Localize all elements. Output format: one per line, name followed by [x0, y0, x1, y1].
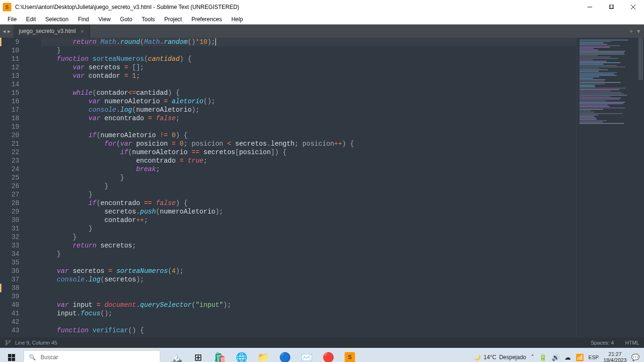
tab-nav-arrows[interactable]: ◂ ▸ [0, 25, 13, 38]
window-title: C:\Users\anton\Desktop\Julieta\juego_sec… [15, 4, 579, 10]
status-spaces[interactable]: Spaces: 4 [591, 340, 614, 346]
search-placeholder: Buscar [41, 354, 58, 361]
menu-edit[interactable]: Edit [22, 15, 40, 24]
status-position[interactable]: Line 9, Column 45 [15, 340, 57, 346]
menu-file[interactable]: File [4, 15, 20, 24]
minimap[interactable] [576, 38, 637, 337]
taskbar: 🔍 Buscar 🏔️ ⊞ 🛍️ 🌐 📁 🔵 ✉️ 🔴 S 🌙 14°C Des… [0, 348, 644, 362]
line-gutter: 9101112131415161718192021222324252627282… [0, 38, 26, 337]
tray-language[interactable]: ESP [588, 354, 599, 360]
window-titlebar: S C:\Users\anton\Desktop\Julieta\juego_s… [0, 0, 644, 14]
menu-help[interactable]: Help [228, 15, 247, 24]
menu-preferences[interactable]: Preferences [188, 15, 226, 24]
editor[interactable]: 9101112131415161718192021222324252627282… [0, 38, 644, 337]
start-button[interactable] [0, 348, 23, 362]
maximize-button[interactable] [601, 0, 622, 14]
tab-file[interactable]: juego_secreto_v3.html × [13, 25, 90, 38]
svg-point-5 [6, 340, 8, 342]
svg-rect-1 [609, 5, 613, 8]
menu-find[interactable]: Find [74, 15, 92, 24]
chevron-right-icon[interactable]: ▸ [8, 28, 10, 34]
task-chrome-icon[interactable]: 🔴 [318, 348, 339, 362]
new-tab-icon[interactable]: + [629, 27, 633, 35]
tray-battery-icon[interactable]: 🔋 [539, 354, 547, 361]
status-syntax[interactable]: HTML [625, 340, 639, 346]
tab-close-icon[interactable]: × [81, 28, 84, 35]
tray-onedrive-icon[interactable]: ☁ [564, 354, 571, 361]
task-copilot-icon[interactable]: 🔵 [274, 348, 295, 362]
menu-tools[interactable]: Tools [138, 15, 159, 24]
app-icon: S [3, 3, 11, 11]
task-explorer-icon[interactable]: 📁 [253, 348, 273, 362]
weather-icon: 🌙 [474, 354, 481, 361]
svg-rect-2 [610, 5, 614, 8]
menu-goto[interactable]: Goto [116, 15, 136, 24]
tray-chevron-icon[interactable]: ˄ [531, 354, 534, 361]
search-icon: 🔍 [29, 354, 36, 361]
task-mail-icon[interactable]: ✉️ [296, 348, 317, 362]
minimize-button[interactable] [579, 0, 601, 14]
windows-logo-icon [8, 354, 15, 361]
vertical-scrollbar[interactable] [637, 38, 644, 337]
close-button[interactable] [622, 0, 644, 14]
weather-desc: Despejado [499, 354, 526, 361]
scrollbar-thumb[interactable] [638, 38, 643, 80]
menu-project[interactable]: Project [161, 15, 186, 24]
task-view-icon[interactable]: ⊞ [188, 348, 208, 362]
tab-menu-icon[interactable]: ▾ [637, 27, 640, 35]
task-landscape-icon[interactable]: 🏔️ [166, 348, 187, 362]
svg-point-7 [9, 340, 11, 342]
task-sublime-icon[interactable]: S [339, 348, 360, 362]
menu-view[interactable]: View [95, 15, 115, 24]
tray-wifi-icon[interactable]: 📶 [576, 354, 584, 361]
task-edge-icon[interactable]: 🌐 [231, 348, 252, 362]
taskbar-search[interactable]: 🔍 Buscar [24, 350, 160, 362]
weather-temp: 14°C [484, 354, 496, 361]
menu-selection[interactable]: Selection [41, 15, 72, 24]
svg-point-6 [6, 344, 8, 346]
statusbar: Line 9, Column 45 Spaces: 4 HTML [0, 337, 644, 348]
weather-widget[interactable]: 🌙 14°C Despejado [474, 354, 526, 361]
tray-volume-icon[interactable]: 🔊 [552, 354, 560, 361]
tray-date: 18/4/2023 [603, 357, 627, 362]
tray-notifications-icon[interactable]: 💬 [631, 354, 639, 361]
chevron-left-icon[interactable]: ◂ [3, 28, 6, 34]
tray-datetime[interactable]: 21:27 18/4/2023 [603, 351, 627, 362]
tab-label: juego_secreto_v3.html [19, 28, 76, 34]
menubar: FileEditSelectionFindViewGotoToolsProjec… [0, 14, 644, 25]
branch-icon [5, 339, 11, 346]
tray-time: 21:27 [603, 351, 627, 357]
code-area[interactable]: return Math.round(Math.random()*10); } f… [26, 38, 576, 337]
task-store-icon[interactable]: 🛍️ [209, 348, 230, 362]
tabbar: ◂ ▸ juego_secreto_v3.html × + ▾ [0, 25, 644, 38]
